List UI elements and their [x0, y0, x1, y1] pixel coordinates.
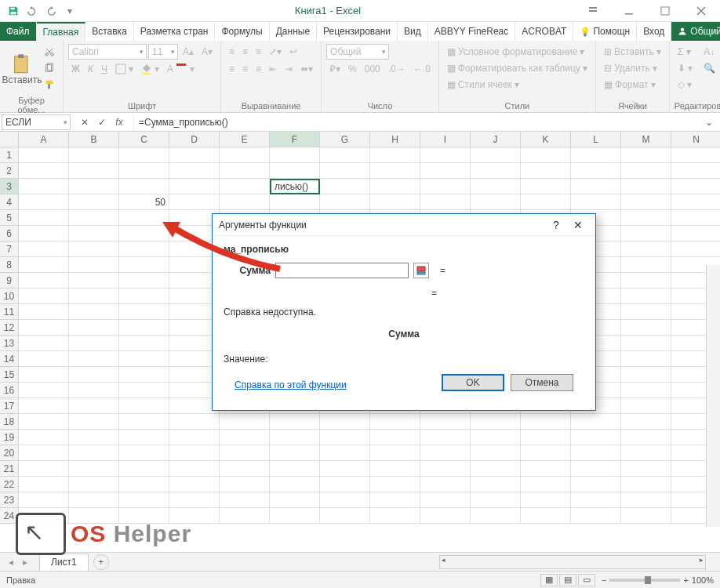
cell[interactable]: [119, 445, 169, 461]
cell[interactable]: [119, 241, 169, 257]
align-left-icon[interactable]: ≡: [226, 61, 238, 77]
align-top-icon[interactable]: ≡: [226, 44, 238, 60]
redo-icon[interactable]: [42, 2, 60, 20]
tab-insert[interactable]: Вставка: [85, 22, 134, 41]
cell[interactable]: [169, 194, 220, 210]
column-header[interactable]: F: [270, 132, 320, 147]
row-header[interactable]: 23: [0, 492, 19, 508]
cell[interactable]: [521, 508, 571, 524]
cell[interactable]: [69, 320, 119, 336]
cell[interactable]: [220, 477, 270, 492]
orientation-icon[interactable]: ⤢▾: [266, 44, 285, 60]
format-painter-icon[interactable]: [41, 77, 58, 93]
cell[interactable]: [169, 461, 220, 477]
cell[interactable]: [420, 445, 471, 461]
cell[interactable]: [19, 179, 69, 194]
cell[interactable]: [169, 163, 220, 179]
cell[interactable]: [621, 461, 671, 477]
sheet-nav-prev-icon[interactable]: ◂: [5, 556, 17, 568]
column-header[interactable]: H: [370, 132, 420, 147]
cell[interactable]: [471, 430, 521, 445]
cell[interactable]: [69, 147, 119, 163]
formula-input[interactable]: =Сумма_прописью(): [133, 114, 701, 130]
row-header[interactable]: 8: [0, 257, 19, 273]
row-header[interactable]: 12: [0, 320, 19, 336]
cell[interactable]: [671, 194, 720, 210]
cell[interactable]: [320, 461, 370, 477]
cell[interactable]: [420, 194, 471, 210]
row-header[interactable]: 9: [0, 273, 19, 289]
cell[interactable]: [370, 179, 420, 194]
cell[interactable]: [370, 163, 420, 179]
ribbon-options-icon[interactable]: [577, 0, 609, 22]
cell[interactable]: [521, 163, 571, 179]
cell[interactable]: [270, 194, 320, 210]
expand-formula-bar-icon[interactable]: ⌄: [701, 114, 717, 130]
cell[interactable]: [571, 430, 621, 445]
percent-icon[interactable]: %: [345, 61, 360, 77]
cell[interactable]: [621, 241, 671, 257]
column-header[interactable]: L: [571, 132, 621, 147]
cell[interactable]: [270, 430, 320, 445]
fill-icon[interactable]: ⬇ ▾: [675, 60, 696, 76]
tab-acrobat[interactable]: ACROBAT: [515, 22, 573, 41]
cell[interactable]: [19, 398, 69, 414]
cell[interactable]: [621, 210, 671, 226]
conditional-formatting-button[interactable]: ▦ Условное форматирование ▾: [444, 44, 591, 60]
cell[interactable]: [521, 194, 571, 210]
sort-filter-icon[interactable]: A↓: [700, 44, 718, 60]
cell[interactable]: [69, 383, 119, 398]
cell[interactable]: [19, 147, 69, 163]
tab-data[interactable]: Данные: [270, 22, 317, 41]
cell[interactable]: [69, 492, 119, 508]
qat-dropdown-icon[interactable]: ▾: [61, 2, 78, 20]
cell[interactable]: [571, 147, 621, 163]
cell[interactable]: [671, 241, 720, 257]
cell[interactable]: [671, 179, 720, 194]
cell[interactable]: [119, 461, 169, 477]
cell[interactable]: [571, 414, 621, 430]
cell[interactable]: [320, 414, 370, 430]
cell[interactable]: [119, 273, 169, 289]
cell[interactable]: [320, 508, 370, 524]
cell[interactable]: [270, 461, 320, 477]
cell[interactable]: [320, 179, 370, 194]
cell[interactable]: [119, 210, 169, 226]
column-header[interactable]: D: [169, 132, 220, 147]
save-icon[interactable]: [5, 2, 22, 20]
cell[interactable]: [69, 336, 119, 351]
cell[interactable]: [19, 320, 69, 336]
cell[interactable]: [220, 147, 270, 163]
cell[interactable]: [119, 492, 169, 508]
cell[interactable]: [19, 414, 69, 430]
close-icon[interactable]: [685, 0, 717, 22]
cell[interactable]: [220, 194, 270, 210]
cell[interactable]: [471, 477, 521, 492]
cell[interactable]: [370, 147, 420, 163]
cut-icon[interactable]: [41, 44, 58, 60]
cell[interactable]: [69, 477, 119, 492]
row-header[interactable]: 21: [0, 461, 19, 477]
currency-icon[interactable]: ₽▾: [326, 61, 344, 77]
insert-function-icon[interactable]: fx: [111, 114, 127, 130]
cell[interactable]: [19, 210, 69, 226]
cell[interactable]: [119, 477, 169, 492]
cell[interactable]: [220, 492, 270, 508]
cell[interactable]: [19, 445, 69, 461]
increase-font-icon[interactable]: A▴: [180, 44, 197, 60]
column-header[interactable]: C: [119, 132, 169, 147]
italic-button[interactable]: К: [85, 61, 96, 77]
cell[interactable]: [220, 445, 270, 461]
cell[interactable]: [420, 430, 471, 445]
cell[interactable]: [69, 257, 119, 273]
cell[interactable]: [119, 414, 169, 430]
cancel-formula-icon[interactable]: ✕: [77, 114, 93, 130]
cell[interactable]: [69, 367, 119, 383]
align-center-icon[interactable]: ≡: [239, 61, 251, 77]
cell[interactable]: [19, 367, 69, 383]
row-header[interactable]: 11: [0, 304, 19, 320]
row-header[interactable]: 13: [0, 336, 19, 351]
cell[interactable]: [320, 147, 370, 163]
cell[interactable]: [69, 163, 119, 179]
row-header[interactable]: 22: [0, 477, 19, 492]
